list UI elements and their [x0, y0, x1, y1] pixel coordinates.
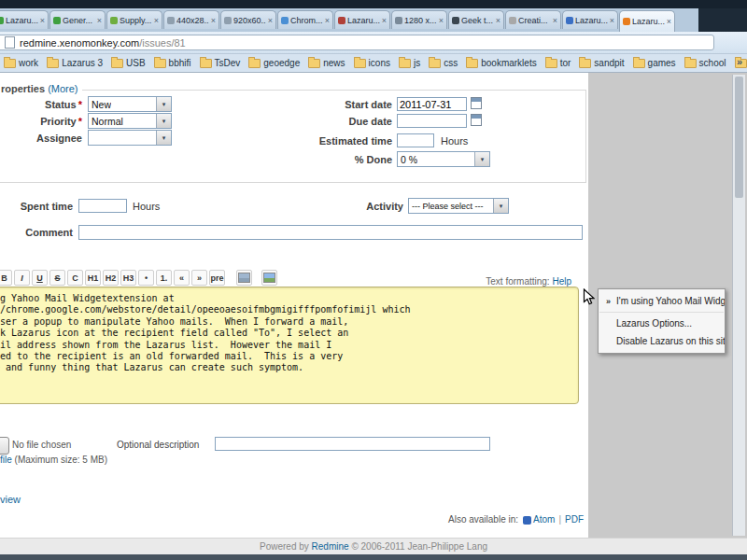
tab-close-icon[interactable]: × — [325, 16, 330, 25]
issue-description-textarea[interactable]: ng Yahoo Mail Widgetextension at //chrom… — [0, 287, 579, 404]
add-file-row: file (Maximum size: 5 MB) — [0, 455, 107, 465]
toolbar-button-code[interactable]: C — [67, 270, 83, 286]
toolbar-button-strikethrough[interactable]: S — [49, 270, 65, 286]
toolbar-button-numbered-list[interactable]: 1. — [156, 270, 172, 286]
browser-tab[interactable]: Geek t...× — [448, 10, 504, 29]
bookmark-item[interactable]: news — [308, 58, 345, 68]
toolbar-button-italic[interactable]: I — [14, 270, 30, 286]
activity-select[interactable]: --- Please select ---▾ — [408, 198, 509, 214]
toolbar-button-bullet-list[interactable]: • — [138, 270, 154, 286]
bookmark-item[interactable]: sandpit — [579, 58, 624, 68]
menu-item-yahoo-widget[interactable]: »I'm using Yahoo Mail Widg... — [599, 292, 725, 310]
bookmark-item[interactable]: css — [429, 58, 458, 68]
tab-close-icon[interactable]: × — [97, 16, 102, 25]
done-ratio-select[interactable]: 0 %▾ — [397, 151, 490, 167]
estimated-time-input[interactable] — [397, 133, 434, 147]
browser-tab[interactable]: Lazaru...× — [0, 10, 49, 29]
tab-close-icon[interactable]: × — [439, 16, 444, 25]
bookmark-item[interactable]: work — [4, 58, 38, 68]
browser-tab[interactable]: Supply...× — [106, 10, 162, 29]
browser-tab[interactable]: 440x28...× — [163, 10, 219, 29]
bookmarks-bar: work Lazarus 3 USB bbhifi TsDev geoedge … — [0, 54, 747, 73]
tab-favicon — [452, 17, 459, 24]
start-date-input[interactable] — [397, 97, 467, 111]
bookmark-item[interactable]: bookmarklets — [466, 58, 536, 68]
toolbar-button-bold[interactable]: B — [0, 270, 12, 286]
start-date-label: Start date — [308, 99, 392, 110]
priority-select[interactable]: Normal▾ — [88, 113, 172, 129]
browser-tab[interactable]: Creati...× — [505, 10, 561, 29]
browser-tab[interactable]: 920x60...× — [220, 10, 276, 29]
atom-link[interactable]: Atom — [533, 514, 555, 525]
optional-description-input[interactable] — [215, 437, 490, 451]
address-bar[interactable]: redmine.xenomonkey.com/issues/81 — [0, 35, 714, 50]
status-label-text: Status — [45, 99, 77, 110]
bookmark-item[interactable]: games — [633, 58, 676, 68]
browser-tab[interactable]: 1280 x...× — [391, 10, 447, 29]
bookmark-item[interactable]: school — [684, 58, 726, 68]
add-file-link[interactable]: file — [0, 455, 12, 465]
comment-input[interactable] — [78, 225, 583, 240]
toolbar-button-wiki-link[interactable] — [236, 270, 252, 286]
bookmarks-overflow-chevron[interactable]: » — [737, 56, 742, 67]
tab-close-icon[interactable]: × — [382, 16, 387, 25]
toolbar-button-outdent[interactable]: « — [174, 270, 190, 286]
toolbar-button-indent[interactable]: » — [191, 270, 207, 286]
toolbar-button-preformatted[interactable]: pre — [209, 270, 225, 286]
due-date-input[interactable] — [397, 114, 467, 128]
status-select[interactable]: New▾ — [88, 96, 172, 112]
page-favicon — [5, 36, 15, 49]
browser-tab[interactable]: Lazaru...× — [562, 10, 618, 29]
image-icon — [238, 273, 250, 283]
menu-item-lazarus-options[interactable]: Lazarus Options... — [599, 315, 725, 332]
bookmark-item[interactable]: icons — [354, 58, 390, 68]
browser-tab[interactable]: Chrom...× — [277, 10, 333, 29]
bookmark-label: Lazarus 3 — [62, 58, 103, 68]
toolbar-button-heading2[interactable]: H2 — [103, 270, 119, 286]
preview-link[interactable]: view — [0, 494, 21, 505]
pdf-link[interactable]: PDF — [565, 514, 584, 525]
toolbar-button-heading1[interactable]: H1 — [85, 270, 101, 286]
tab-close-icon[interactable]: × — [667, 17, 671, 26]
tab-close-icon[interactable]: × — [610, 16, 614, 25]
tab-title: 1280 x... — [404, 16, 437, 25]
redmine-link[interactable]: Redmine — [312, 541, 349, 552]
toolbar-button-underline[interactable]: U — [32, 270, 48, 286]
tab-close-icon[interactable]: × — [553, 16, 557, 25]
browser-tab[interactable]: Lazaru...× — [334, 10, 390, 29]
scrollbar-thumb[interactable] — [735, 77, 743, 198]
bookmark-item[interactable]: js — [399, 58, 420, 68]
browser-tab[interactable]: Gener...× — [49, 10, 106, 29]
menu-item-disable-lazarus[interactable]: Disable Lazarus on this site — [599, 332, 725, 350]
assignee-select[interactable]: ▾ — [88, 130, 172, 146]
bookmark-item[interactable]: bbhifi — [154, 58, 191, 68]
bookmark-label: css — [444, 58, 458, 68]
bookmark-item[interactable]: Lazarus 3 — [47, 58, 103, 68]
tab-close-icon[interactable]: × — [211, 16, 216, 25]
more-link[interactable]: (More) — [48, 83, 78, 94]
tab-close-icon[interactable]: × — [40, 16, 45, 25]
bookmark-item[interactable]: TsDev — [200, 58, 241, 68]
calendar-icon[interactable] — [471, 97, 482, 109]
help-link[interactable]: Help — [552, 276, 571, 287]
bookmark-item[interactable]: tor — [545, 58, 571, 68]
tab-close-icon[interactable]: × — [496, 16, 500, 25]
folder-icon — [4, 59, 16, 68]
spent-time-label: Spent time — [0, 201, 73, 212]
tab-close-icon[interactable]: × — [268, 16, 273, 25]
url-path: /issues/81 — [139, 37, 186, 49]
tab-favicon — [338, 17, 345, 24]
tab-close-icon[interactable]: × — [154, 16, 159, 25]
bookmark-item[interactable]: geoedge — [248, 58, 300, 68]
spent-time-input[interactable] — [78, 199, 127, 213]
scrollbar[interactable] — [732, 75, 745, 536]
folder-icon — [154, 59, 166, 68]
toolbar-button-heading3[interactable]: H3 — [120, 270, 136, 286]
bookmark-item[interactable]: USB — [111, 58, 146, 68]
also-available-label: Also available in: — [448, 514, 518, 525]
choose-file-button[interactable] — [0, 437, 9, 455]
calendar-icon[interactable] — [471, 114, 482, 126]
browser-tab-active[interactable]: Lazaru...× — [619, 10, 675, 32]
feeds-separator: | — [558, 514, 561, 525]
toolbar-button-image[interactable] — [261, 270, 277, 286]
